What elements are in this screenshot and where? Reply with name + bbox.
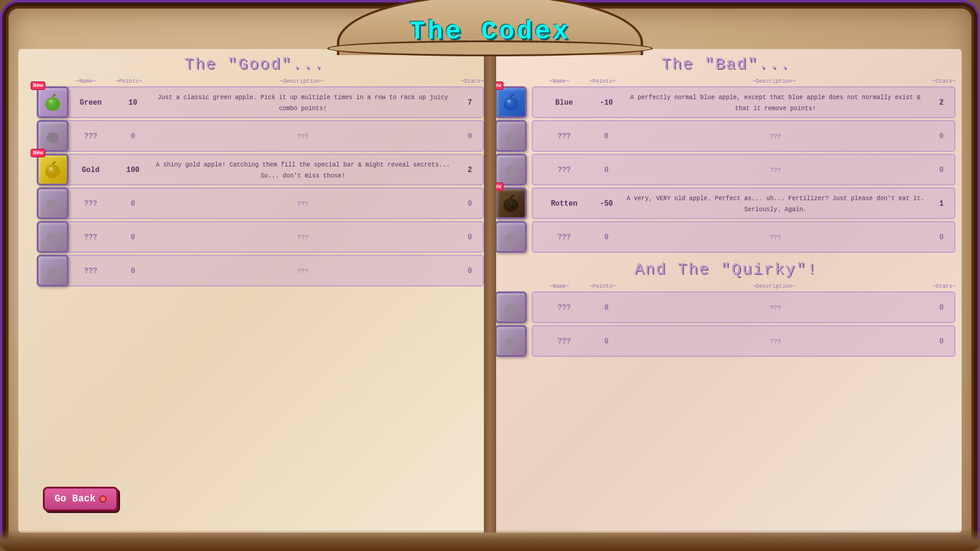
- blue-points-col: -10: [594, 97, 619, 108]
- item-row-rotten: New Rotten -50 A very, VERY old apple. P…: [490, 187, 962, 219]
- item-row-unknown4: ??? 0 ??? 0: [18, 255, 490, 287]
- lh-stats: ~Stats~: [461, 78, 484, 84]
- item-row-unknown6: ??? 0 ??? 0: [490, 154, 962, 186]
- unknown6-row-content: ??? 0 ??? 0: [537, 164, 951, 175]
- unknown1-row-content: ??? 0 ??? 0: [63, 130, 479, 141]
- item-row-unknown8: ??? 0 ??? 0: [490, 291, 962, 323]
- svg-point-17: [503, 198, 518, 212]
- left-page: The "Good"... ~Name~ ~Points~ ~Descripti…: [18, 49, 490, 533]
- svg-point-10: [47, 267, 59, 278]
- green-desc-col: Just a classic green apple. Pick it up m…: [148, 91, 458, 113]
- go-back-button[interactable]: Go Back: [43, 487, 118, 511]
- svg-point-6: [45, 165, 60, 178]
- gold-row: Gold 100 A shiny gold apple! Catching th…: [58, 154, 484, 186]
- unknown8-row-content: ??? 0 ??? 0: [537, 302, 951, 313]
- unknown2-desc-col: ???: [148, 198, 458, 209]
- unknown7-stats: 0: [939, 233, 943, 242]
- unknown6-stats: 0: [939, 166, 943, 174]
- book-spine: [484, 49, 496, 533]
- bad-section-header: The "Bad"...: [490, 55, 962, 73]
- unknown5-points: 0: [604, 132, 608, 141]
- unknown8-icon-wrapper: [495, 291, 527, 323]
- gold-stats-col: 2: [461, 164, 479, 175]
- rotten-stats: 1: [939, 200, 943, 208]
- rotten-icon-wrapper: New: [495, 187, 527, 219]
- svg-point-8: [47, 200, 59, 211]
- unknown3-apple-icon: [37, 221, 69, 253]
- rotten-description: A very, VERY old apple. Perfect as... uh…: [627, 195, 924, 213]
- rotten-stats-col: 1: [932, 198, 951, 209]
- unknown1-desc: ???: [297, 133, 308, 140]
- svg-point-20: [509, 207, 511, 209]
- unknown4-row-content: ??? 0 ??? 0: [63, 265, 479, 276]
- unknown3-stats-col: 0: [461, 231, 479, 242]
- unknown9-name: ???: [557, 337, 571, 346]
- unknown2-desc: ???: [297, 201, 308, 208]
- unknown4-desc: ???: [297, 268, 308, 275]
- green-apple-icon: [37, 86, 69, 118]
- blue-row: Blue -10 A perfectly normal blue apple, …: [532, 86, 956, 118]
- unknown6-name: ???: [557, 166, 571, 174]
- unknown3-desc-col: ???: [148, 231, 458, 242]
- unknown6-icon-wrapper: [495, 154, 527, 186]
- green-points-col: 10: [121, 97, 145, 108]
- unknown1-desc-col: ???: [148, 130, 458, 141]
- unknown2-icon-wrapper: [37, 187, 69, 219]
- unknown5-icon-wrapper: [495, 120, 527, 152]
- blue-apple-icon: [495, 86, 527, 118]
- unknown9-desc: ???: [770, 339, 781, 345]
- rh-points: ~Points~: [589, 78, 616, 84]
- item-row-unknown2: ??? 0 ??? 0: [18, 187, 490, 219]
- gold-apple-icon: [37, 154, 69, 186]
- green-description: Just a classic green apple. Pick it up m…: [157, 94, 448, 112]
- qh-stats: ~Stats~: [932, 283, 956, 290]
- unknown3-desc: ???: [297, 234, 308, 241]
- svg-point-1: [45, 97, 60, 111]
- unknown4-desc-col: ???: [148, 265, 458, 276]
- unknown7-points: 0: [604, 233, 608, 242]
- qh-name: ~Name~: [532, 283, 587, 290]
- blue-points: -10: [600, 99, 613, 107]
- svg-point-14: [505, 132, 517, 143]
- rotten-row: Rotten -50 A very, VERY old apple. Perfe…: [532, 187, 956, 219]
- item-row-green: New Green 10 Just a classic green apple.…: [18, 86, 490, 118]
- unknown4-points-col: 0: [121, 265, 145, 276]
- item-row-unknown7: ??? 0 ??? 0: [490, 221, 962, 253]
- item-row-unknown1: ??? 0 ??? 0: [18, 120, 490, 152]
- svg-point-12: [503, 97, 518, 111]
- unknown4-points: 0: [130, 267, 135, 276]
- blue-name-col: Blue: [537, 97, 592, 108]
- unknown2-name: ???: [84, 200, 97, 208]
- rotten-name-col: Rotten: [537, 198, 592, 209]
- unknown2-points-col: 0: [121, 198, 145, 209]
- rh-stats: ~Stats~: [932, 78, 956, 84]
- gold-row-content: Gold 100 A shiny gold apple! Catching th…: [63, 159, 479, 181]
- good-section-header: The "Good"...: [18, 55, 490, 73]
- item-row-unknown5: ??? 0 ??? 0: [490, 120, 962, 152]
- unknown1-icon-wrapper: [37, 120, 69, 152]
- rotten-points-col: -50: [594, 198, 619, 209]
- unknown5-desc: ???: [770, 133, 781, 140]
- unknown1-row: ??? 0 ??? 0: [58, 120, 484, 152]
- book-title: The Codex: [410, 17, 571, 47]
- unknown9-icon-wrapper: [495, 325, 527, 357]
- unknown9-row-content: ??? 0 ??? 0: [537, 335, 951, 347]
- unknown2-row-content: ??? 0 ??? 0: [63, 198, 479, 209]
- bottom-decoration: [0, 530, 980, 551]
- unknown3-icon-wrapper: [37, 221, 69, 253]
- svg-point-18: [507, 203, 510, 205]
- unknown5-row-content: ??? 0 ??? 0: [537, 130, 951, 141]
- unknown9-row: ??? 0 ??? 0: [532, 325, 956, 357]
- gold-icon-wrapper: New: [37, 154, 69, 186]
- green-stats: 7: [467, 99, 472, 107]
- unknown6-row: ??? 0 ??? 0: [532, 154, 956, 186]
- unknown3-points-col: 0: [121, 231, 145, 242]
- unknown2-stats: 0: [467, 200, 472, 208]
- gold-name-col: Gold: [63, 164, 118, 175]
- svg-point-4: [47, 132, 59, 143]
- unknown5-row: ??? 0 ??? 0: [532, 120, 956, 152]
- unknown3-name: ???: [84, 233, 97, 242]
- left-col-headers: ~Name~ ~Points~ ~Description~ ~Stats~: [58, 78, 484, 84]
- gold-points: 100: [126, 166, 140, 174]
- gold-points-col: 100: [121, 164, 145, 175]
